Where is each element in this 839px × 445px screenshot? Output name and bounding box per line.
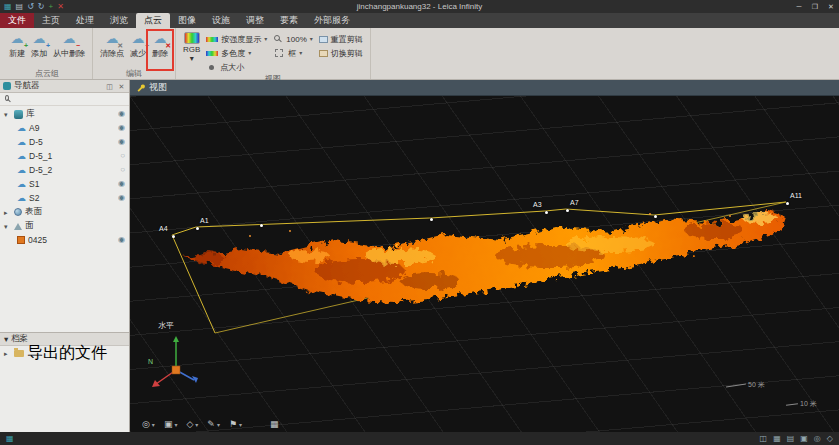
tree-item-s1[interactable]: S1 bbox=[0, 177, 129, 191]
zoom-level-dropdown[interactable]: 100% bbox=[273, 33, 312, 45]
visibility-toggle[interactable] bbox=[118, 124, 125, 132]
visibility-toggle[interactable] bbox=[120, 166, 125, 174]
tree-group-faces[interactable]: 面 bbox=[0, 219, 129, 233]
rgb-display-button[interactable]: RGB bbox=[180, 30, 203, 65]
status-grid-icon[interactable] bbox=[773, 435, 781, 443]
control-point-marker[interactable] bbox=[260, 224, 263, 227]
point-size-button[interactable]: 点大小 bbox=[206, 61, 267, 73]
control-point-marker[interactable]: A4 bbox=[172, 235, 175, 238]
reduce-points-button[interactable]: 减少 bbox=[127, 30, 149, 61]
multicolor-colorbar-icon bbox=[206, 51, 218, 56]
library-icon bbox=[14, 110, 23, 119]
cloud-reduce-icon bbox=[130, 32, 146, 47]
3d-viewport[interactable]: A4 A1 A3 A7 A11 水平 N bbox=[130, 96, 839, 432]
control-point-marker[interactable]: A1 bbox=[196, 227, 199, 230]
minimize-button[interactable]: ─ bbox=[791, 3, 807, 11]
status-app-icon[interactable] bbox=[6, 435, 14, 443]
display-settings-button[interactable] bbox=[142, 420, 155, 429]
tab-external-services[interactable]: 外部服务 bbox=[306, 13, 358, 28]
tree-group-surfaces[interactable]: 表面 bbox=[0, 205, 129, 219]
display-icon bbox=[142, 420, 150, 429]
tree-item-a9[interactable]: A9 bbox=[0, 121, 129, 135]
status-window-icon[interactable] bbox=[760, 435, 768, 443]
marker-label: A4 bbox=[159, 225, 168, 232]
visibility-toggle[interactable] bbox=[120, 152, 125, 160]
close-button[interactable]: ✕ bbox=[823, 3, 839, 11]
clean-points-button[interactable]: 清除点 bbox=[97, 30, 127, 61]
tree-item-exported-files[interactable]: 导出的文件 bbox=[0, 346, 129, 360]
tree-item-d5-1[interactable]: D-5_1 bbox=[0, 149, 129, 163]
ribbon: 新建 添加 从中删除 点云组 清除点 减少 bbox=[0, 28, 839, 80]
cancel-icon[interactable] bbox=[57, 3, 64, 11]
marker-label: A11 bbox=[790, 192, 802, 199]
visibility-toggle[interactable] bbox=[118, 180, 125, 188]
undo-icon[interactable] bbox=[27, 3, 34, 11]
chevron-down-icon bbox=[4, 223, 11, 230]
view-area: 视图 bbox=[130, 80, 839, 432]
tab-pointcloud[interactable]: 点云 bbox=[136, 13, 170, 28]
add-to-group-button[interactable]: 添加 bbox=[28, 30, 50, 61]
grid-toggle-button[interactable] bbox=[270, 420, 279, 429]
tree-item-s2[interactable]: S2 bbox=[0, 191, 129, 205]
tab-features[interactable]: 要素 bbox=[272, 13, 306, 28]
toggle-clip-button[interactable]: 切换剪辑 bbox=[319, 47, 363, 59]
delete-points-button[interactable]: 删除 bbox=[149, 30, 171, 61]
tab-image[interactable]: 图像 bbox=[170, 13, 204, 28]
marker-label: A1 bbox=[200, 217, 209, 224]
visibility-toggle[interactable] bbox=[118, 194, 125, 202]
control-point-marker[interactable]: A3 bbox=[545, 211, 548, 214]
multicolor-dropdown[interactable]: 多色度 bbox=[206, 47, 267, 59]
chevron-down-icon bbox=[217, 422, 220, 428]
control-point-marker[interactable]: A11 bbox=[786, 202, 789, 205]
control-point-marker[interactable] bbox=[430, 218, 433, 221]
point-size-icon bbox=[209, 65, 214, 70]
selection-mode-button[interactable] bbox=[186, 420, 198, 429]
tree-item-0425[interactable]: 0425 bbox=[0, 233, 129, 247]
redo-icon[interactable] bbox=[38, 3, 45, 11]
control-point-marker[interactable]: A7 bbox=[566, 209, 569, 212]
reset-clip-button[interactable]: 重置剪辑 bbox=[319, 33, 363, 45]
axis-horizontal-label: 水平 bbox=[158, 320, 174, 331]
tab-adjustment[interactable]: 调整 bbox=[238, 13, 272, 28]
intensity-display-dropdown[interactable]: 按强度显示 bbox=[206, 33, 267, 45]
clip-box-dropdown[interactable]: 框 bbox=[273, 47, 312, 59]
save-icon[interactable] bbox=[16, 3, 24, 11]
status-view-icon[interactable] bbox=[814, 435, 821, 443]
chevron-down-icon bbox=[195, 422, 198, 428]
marker-dot bbox=[566, 209, 569, 212]
panel-close-button[interactable] bbox=[117, 83, 126, 90]
add-icon[interactable] bbox=[49, 3, 54, 11]
chevron-down-icon bbox=[4, 335, 8, 344]
panel-dock-button[interactable] bbox=[105, 83, 114, 90]
annotate-button[interactable] bbox=[207, 420, 220, 429]
scale-tick bbox=[786, 403, 798, 406]
status-layers-icon[interactable] bbox=[787, 435, 795, 443]
tab-facility[interactable]: 设施 bbox=[204, 13, 238, 28]
visibility-toggle[interactable] bbox=[118, 138, 125, 146]
control-point-marker[interactable] bbox=[654, 215, 657, 218]
clip-box-tool-button[interactable] bbox=[164, 420, 178, 429]
status-mode-icon[interactable] bbox=[827, 435, 833, 443]
cloud-clean-icon bbox=[104, 32, 120, 47]
tree-item-d5-2[interactable]: D-5_2 bbox=[0, 163, 129, 177]
visibility-toggle[interactable] bbox=[118, 110, 125, 118]
marker-dot bbox=[260, 224, 263, 227]
flag-tool-button[interactable] bbox=[229, 420, 242, 429]
maximize-button[interactable]: ❐ bbox=[807, 3, 823, 11]
tab-browse[interactable]: 浏览 bbox=[102, 13, 136, 28]
clip-box-icon bbox=[275, 49, 283, 57]
tab-processing[interactable]: 处理 bbox=[68, 13, 102, 28]
tab-file[interactable]: 文件 bbox=[0, 13, 34, 28]
chevron-down-icon bbox=[264, 36, 267, 42]
folder-icon bbox=[14, 350, 24, 357]
status-panel-icon[interactable] bbox=[800, 435, 808, 443]
orientation-gizmo[interactable] bbox=[152, 336, 198, 387]
tree-item-d5[interactable]: D-5 bbox=[0, 135, 129, 149]
remove-from-group-button[interactable]: 从中删除 bbox=[50, 30, 88, 61]
visibility-toggle[interactable] bbox=[118, 236, 125, 244]
tab-home[interactable]: 主页 bbox=[34, 13, 68, 28]
search-input[interactable] bbox=[15, 94, 125, 105]
tree-group-library[interactable]: 库 bbox=[0, 107, 129, 121]
faces-icon bbox=[14, 223, 22, 230]
new-pointcloud-group-button[interactable]: 新建 bbox=[6, 30, 28, 61]
